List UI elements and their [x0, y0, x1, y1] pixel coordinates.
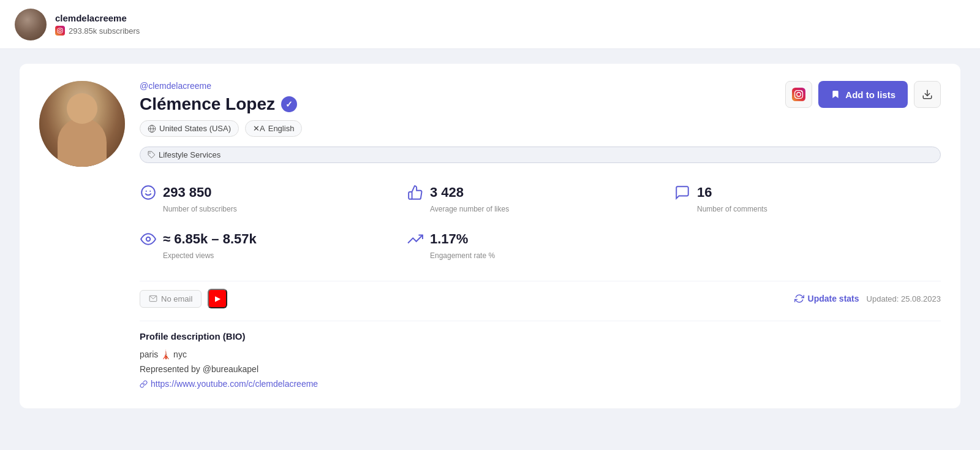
instagram-icon-header — [55, 26, 65, 36]
svg-point-11 — [146, 237, 151, 242]
stat-subscribers-top: 293 850 — [140, 184, 407, 201]
header-info: clemdelacreeme 293.85k subscribers — [55, 13, 140, 36]
contact-row: No email Update stats Updated: 25.08.202… — [140, 281, 941, 308]
update-date: Updated: 25.08.2023 — [867, 294, 941, 303]
svg-point-10 — [149, 191, 151, 192]
svg-rect-13 — [792, 88, 805, 101]
views-value: ≈ 6.85k – 8.57k — [163, 231, 257, 247]
subscribers-label: Number of subscribers — [140, 205, 407, 213]
bio-line-2: Represented by @bureaukapel — [140, 362, 941, 377]
stat-engagement: 1.17% Engagement rate % — [407, 222, 674, 269]
comments-label: Number of comments — [674, 205, 941, 213]
update-stats-label: Update stats — [808, 294, 859, 303]
bio-link[interactable]: https://www.youtube.com/c/clemdelacreeme — [140, 377, 941, 392]
location-tag: United States (USA) — [140, 120, 239, 137]
trending-icon — [407, 231, 424, 248]
update-stats-button[interactable]: Update stats — [794, 294, 859, 303]
stat-views-top: ≈ 6.85k – 8.57k — [140, 231, 407, 248]
language-tag: ✕A English — [245, 120, 302, 137]
globe-icon — [148, 124, 156, 133]
views-label: Expected views — [140, 251, 407, 260]
svg-rect-0 — [55, 26, 65, 36]
likes-value: 3 428 — [430, 185, 464, 200]
profile-avatar — [39, 81, 125, 167]
profile-info: @clemdelacreeme Clémence Lopez United St… — [140, 81, 941, 391]
eye-icon — [140, 231, 157, 248]
bio-link-text: https://www.youtube.com/c/clemdelacreeme — [151, 377, 318, 392]
category-row: Lifestyle Services — [140, 147, 941, 163]
contact-right: Update stats Updated: 25.08.2023 — [794, 294, 941, 303]
bio-text: paris 🗼 nyc Represented by @bureaukapel … — [140, 348, 941, 391]
stats-grid: 293 850 Number of subscribers 3 428 — [140, 175, 941, 269]
bio-line-1: paris 🗼 nyc — [140, 348, 941, 362]
engagement-label: Engagement rate % — [407, 251, 674, 260]
profile-tags: United States (USA) ✕A English — [140, 120, 941, 137]
download-button[interactable] — [914, 81, 941, 108]
comment-icon — [674, 184, 691, 201]
verified-badge — [281, 96, 297, 112]
bio-title: Profile description (BIO) — [140, 331, 941, 341]
header-username: clemdelacreeme — [55, 13, 140, 23]
stat-comments-top: 16 — [674, 184, 941, 201]
engagement-value: 1.17% — [430, 231, 468, 247]
stat-views: ≈ 6.85k – 8.57k Expected views — [140, 222, 407, 269]
email-icon — [149, 294, 157, 303]
main-content: @clemdelacreeme Clémence Lopez United St… — [0, 49, 980, 423]
svg-point-9 — [146, 191, 147, 192]
refresh-icon — [794, 294, 804, 303]
language-label: English — [268, 124, 295, 133]
smiley-icon — [140, 184, 157, 201]
category-tag: Lifestyle Services — [140, 147, 941, 163]
category-label: Lifestyle Services — [159, 150, 221, 159]
comments-value: 16 — [697, 185, 712, 200]
instagram-icon — [792, 88, 805, 101]
stat-subscribers: 293 850 Number of subscribers — [140, 175, 407, 222]
link-icon — [140, 380, 148, 388]
header-subscribers: 293.85k subscribers — [69, 26, 140, 36]
thumbsup-icon — [407, 184, 424, 201]
youtube-button[interactable] — [208, 289, 227, 308]
stat-comments: 16 Number of comments — [674, 175, 941, 222]
profile-name: Clémence Lopez — [140, 94, 275, 114]
stat-likes-top: 3 428 — [407, 184, 674, 201]
header-subs-row: 293.85k subscribers — [55, 26, 140, 36]
svg-point-7 — [149, 153, 151, 154]
instagram-button[interactable] — [785, 81, 812, 108]
stat-likes: 3 428 Average number of likes — [407, 175, 674, 222]
bookmark-icon — [831, 90, 840, 99]
translate-icon: ✕A — [253, 124, 265, 133]
add-to-lists-label: Add to lists — [845, 90, 895, 100]
likes-label: Average number of likes — [407, 205, 674, 213]
header-avatar — [15, 9, 47, 40]
profile-card: @clemdelacreeme Clémence Lopez United St… — [20, 64, 960, 408]
download-icon — [922, 89, 933, 100]
add-to-lists-button[interactable]: Add to lists — [818, 81, 908, 108]
svg-point-3 — [62, 28, 62, 29]
top-header: clemdelacreeme 293.85k subscribers — [0, 0, 980, 49]
svg-point-16 — [801, 91, 802, 92]
tag-icon — [148, 151, 156, 159]
subscribers-value: 293 850 — [163, 185, 212, 200]
stat-engagement-top: 1.17% — [407, 231, 674, 248]
action-buttons: Add to lists — [785, 81, 941, 108]
bio-section: Profile description (BIO) paris 🗼 nyc Re… — [140, 321, 941, 391]
no-email-button[interactable]: No email — [140, 290, 202, 308]
location-label: United States (USA) — [159, 124, 231, 133]
contact-left: No email — [140, 289, 227, 308]
svg-point-8 — [141, 186, 155, 199]
no-email-label: No email — [161, 294, 192, 303]
